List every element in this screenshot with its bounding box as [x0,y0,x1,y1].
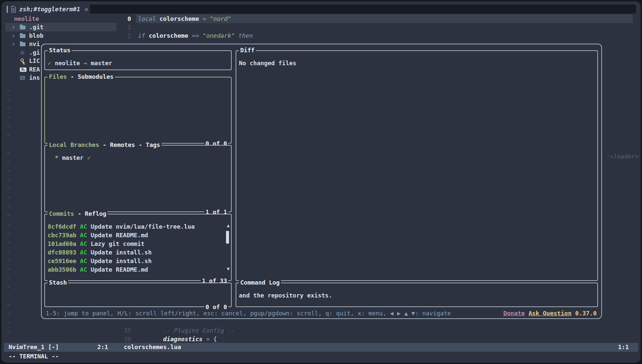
commit-row[interactable]: abb3506b AC Update README.md [48,265,228,274]
empty-line-marker: ~ [7,229,10,238]
empty-line-marker: ~ [7,158,10,166]
line-number: 1 [1,23,131,32]
stash-panel-title: Stash [48,278,68,287]
commit-row[interactable]: dfc08093 AC Update install.sh [48,248,228,257]
neovim-window: zsh;#toggleterm#1 × neolite ›.git›blob›n… [1,1,641,363]
line-number: 0 [1,15,131,23]
diff-panel[interactable]: Diff No changed files [236,50,598,281]
empty-line-marker: ~ [7,95,10,104]
empty-line-marker: ~ [7,131,10,139]
token: Update README.md [91,265,148,274]
token: == [188,32,203,39]
empty-line-marker: ~ [7,292,10,300]
commit-row[interactable]: cbc739ab AC Update README.md [48,231,228,240]
code-line-2[interactable]: 2if colorscheme == "onedark" then [1,31,641,40]
command-log-panel[interactable]: Command Log and the repository exists. [236,283,598,307]
empty-line-marker: ~ [7,140,10,148]
mode-indicator: -- TERMINAL -- [9,352,59,361]
token: -- Plugins Config -- [163,327,235,334]
empty-line-marker: ~ [7,104,10,113]
token: if [138,32,149,39]
files-panel-title: Files - Submodules [48,72,115,81]
empty-line-marker: ~ [7,211,10,220]
donate-link[interactable]: Donate [503,309,525,318]
empty-line-marker: ~ [7,238,10,247]
token: AC [80,231,91,240]
statusline-cursor-position: 2:1 [97,343,108,351]
token: 101ad60a [48,240,80,248]
code-text: -- Plugins Config -- [138,326,235,335]
empty-line-marker: ~ [7,309,10,318]
active-tab-indicator [7,6,8,13]
terminal-tab[interactable]: zsh;#toggleterm#1 × [5,5,91,14]
tab-title: zsh;#toggleterm#1 [19,5,80,14]
token: master [91,60,112,67]
token: Update install.sh [91,257,152,265]
token [48,154,55,161]
commit-row[interactable]: ce5916ee AC Update install.sh [48,257,228,265]
token: AC [80,257,91,265]
code-line-35[interactable]: 35 -- Plugins Config -- [1,326,641,335]
statusline-right-position: 1:1 [618,343,629,351]
tree-item-label: ins [29,73,40,82]
terminal-screen: zsh;#toggleterm#1 × neolite ›.git›blob›n… [0,0,642,364]
branches-panel[interactable]: Local Branches - Remotes - Tags * master… [44,145,232,212]
status-panel[interactable]: Status ✓ neolite → master [44,50,232,70]
commits-panel-title: Commits - Reflog [48,209,108,218]
token: master [62,154,87,161]
tabline-fill [90,5,636,14]
token: colorscheme [149,32,188,39]
code-line-0[interactable]: 0local colorscheme = "nord" [1,15,641,23]
empty-line-marker: ~ [7,318,10,327]
commit-row[interactable]: 8cf6dcdf AC Update nvim/lua/file-tree.lu… [48,222,228,231]
license-key-icon [20,58,29,64]
token: ✓ [48,60,55,67]
statusline-filename: colorschemes.lua [124,343,181,351]
empty-line-marker: ~ [7,202,10,211]
token: = [199,15,210,22]
commits-panel[interactable]: Commits - Reflog 8cf6dcdf AC Update nvim… [44,214,232,281]
empty-line-marker: ~ [7,220,10,229]
scroll-down-icon[interactable]: ▼ [227,266,230,271]
token: AC [80,240,91,248]
token: → [83,60,91,67]
line-number: 35 [1,326,131,335]
token: Lazy git commit [91,240,145,248]
ask-question-link[interactable]: Ask Question [528,309,572,318]
token: AC [80,222,91,231]
code-fragment-leader: '<leader> [606,152,639,161]
branches-panel-title: Local Branches - Remotes - Tags [48,141,161,149]
status-panel-title: Status [48,46,72,55]
token [138,336,163,342]
command-log-title: Command Log [239,278,281,287]
status-panel-content: ✓ neolite → master [48,59,228,69]
commit-list: 8cf6dcdf AC Update nvim/lua/file-tree.lu… [48,222,228,280]
commit-row[interactable]: 101ad60a AC Lazy git commit [48,240,228,248]
empty-line-marker: ~ [7,283,10,291]
token: * [55,154,62,161]
tree-item-label: REA [29,65,40,74]
stash-panel[interactable]: Stash 0 of 0 [44,283,232,307]
keybind-help: 1-5: jump to panel, H/L: scroll left/rig… [46,309,451,318]
code-text: local colorscheme = "nord" [138,15,231,23]
scrollbar-thumb[interactable] [226,231,229,244]
code-line-1[interactable]: 1 [1,23,641,32]
code-text: diagnostics = { [138,335,217,343]
chevron-right-icon[interactable]: › [11,40,20,48]
close-tab-icon[interactable]: × [84,5,88,14]
code-line-36[interactable]: 36 diagnostics = { [1,335,641,343]
files-panel[interactable]: Files - Submodules 0 of 0 [44,77,232,144]
empty-line-marker: ~ [7,122,10,130]
lazygit-statusbar: 1-5: jump to panel, H/L: scroll left/rig… [46,309,597,318]
markdown-icon: M↓ [20,68,29,72]
statusline: NvimTree_1 [-] 2:1 colorschemes.lua 1:1 [4,343,638,352]
token: dfc08093 [48,248,80,257]
token: ce5916ee [48,257,80,265]
scroll-up-icon[interactable]: ▲ [227,223,230,228]
terminal-script-icon: ❯ [20,76,29,80]
token: diagnostics [163,336,203,342]
token: AC [80,265,91,274]
token: then [235,32,253,39]
branch-list[interactable]: * master ✓ [48,154,228,211]
token: Update install.sh [91,248,152,257]
